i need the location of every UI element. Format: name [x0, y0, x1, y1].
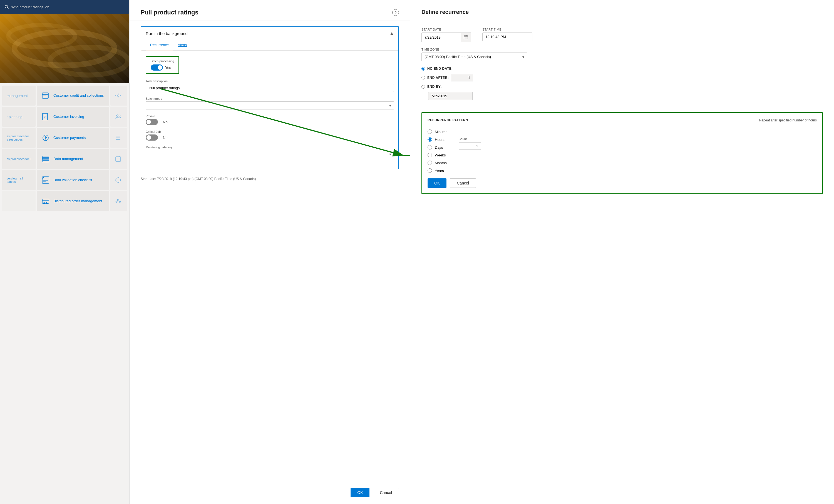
monitoring-category-select[interactable]: [146, 150, 394, 158]
batch-group-select[interactable]: [146, 101, 394, 110]
rp-ok-button[interactable]: OK: [427, 178, 446, 188]
start-time-label: Start time: [482, 28, 532, 31]
run-bg-header[interactable]: Run in the background ▲: [141, 27, 398, 40]
settings-icon: [115, 92, 122, 99]
rp-minutes-radio[interactable]: [427, 130, 432, 134]
nav-item-blank-left: [2, 191, 36, 211]
critical-job-status: No: [163, 136, 168, 140]
nav-item-customer-credit[interactable]: Customer credit and collections: [37, 86, 109, 106]
start-date-input[interactable]: [422, 33, 461, 41]
rp-hours-radio[interactable]: [427, 137, 432, 142]
task-description-row: Task description: [146, 79, 394, 92]
batch-processing-value: Yes: [165, 66, 171, 70]
tab-recurrence[interactable]: Recurrence: [146, 40, 173, 50]
help-button[interactable]: ?: [392, 9, 399, 16]
rp-years[interactable]: Years: [427, 168, 447, 173]
critical-job-toggle[interactable]: [146, 135, 158, 141]
batch-group-select-wrapper: [146, 101, 394, 110]
end-by-date-input[interactable]: [428, 92, 473, 100]
rp-months-label: Months: [435, 161, 447, 165]
monitoring-category-group: Monitoring category: [146, 145, 394, 158]
tab-alerts[interactable]: Alerts: [173, 40, 191, 50]
search-input[interactable]: [11, 5, 125, 9]
end-by-date-wrapper: [421, 92, 823, 100]
nav-item-management[interactable]: management: [2, 86, 36, 106]
nav-item-processes2-left[interactable]: ss processes for l: [2, 149, 36, 169]
tabs-row: Recurrence Alerts: [141, 40, 398, 50]
nav-item-right6[interactable]: [110, 191, 127, 211]
dialog-title: Pull product ratings: [141, 9, 198, 16]
svg-point-16: [119, 115, 120, 116]
cancel-button[interactable]: Cancel: [373, 488, 399, 497]
end-after-row: [451, 74, 473, 82]
search-icon: [4, 5, 9, 9]
search-bar[interactable]: [0, 0, 129, 14]
nav-item-right5[interactable]: [110, 170, 127, 190]
timezone-select[interactable]: (GMT-08:00) Pacific Time (US & Canada): [421, 52, 527, 61]
private-row: Private No: [146, 114, 394, 125]
recurrence-header: Define recurrence: [410, 0, 834, 21]
nav-item-right4[interactable]: [110, 149, 127, 169]
end-after-count[interactable]: [451, 74, 473, 82]
count-input[interactable]: [459, 142, 481, 150]
count-section: Count: [459, 137, 481, 150]
start-time-input[interactable]: [482, 32, 532, 41]
task-description-input[interactable]: [146, 84, 394, 92]
calendar-icon-button[interactable]: [461, 33, 471, 42]
rp-minutes[interactable]: Minutes: [427, 130, 447, 134]
list-icon: [115, 135, 122, 141]
private-toggle[interactable]: [146, 119, 158, 125]
critical-job-label: Critical Job: [146, 130, 394, 133]
radio-no-end-date[interactable]: NO END DATE: [421, 67, 823, 71]
rp-days[interactable]: Days: [427, 145, 447, 150]
rp-years-radio[interactable]: [427, 168, 432, 173]
dialog-header: Pull product ratings ?: [130, 0, 410, 21]
rp-cancel-button[interactable]: Cancel: [450, 178, 476, 188]
radio-no-end-date-input[interactable]: [421, 67, 425, 71]
nav-item-data-validation[interactable]: Data validation checklist: [37, 170, 109, 190]
radio-end-by[interactable]: END BY:: [421, 85, 823, 89]
nav-item-planning-left[interactable]: t planning: [2, 107, 36, 127]
svg-rect-24: [116, 157, 120, 161]
hero-decoration: [0, 14, 129, 83]
nav-item-processes-left[interactable]: ss processes for a resources: [2, 128, 36, 148]
svg-point-0: [5, 5, 8, 8]
nav-item-overview-left[interactable]: verview - all panies: [2, 170, 36, 190]
nav-item-data-management[interactable]: Data management: [37, 149, 109, 169]
svg-point-3: [15, 32, 114, 65]
ok-button[interactable]: OK: [351, 488, 370, 497]
rp-header-row: RECURRENCE PATTERN Repeat after specifie…: [427, 118, 817, 126]
people-icon: [115, 113, 122, 120]
nav-item-right2[interactable]: [110, 107, 127, 127]
private-toggle-row: No: [146, 119, 394, 125]
nav-item-customer-invoicing[interactable]: Customer invoicing: [37, 107, 109, 127]
batch-group-label: Batch group: [146, 97, 394, 100]
radio-end-after-input[interactable]: [421, 76, 425, 79]
rp-weeks-label: Weeks: [435, 153, 446, 157]
radio-end-after[interactable]: END AFTER:: [421, 74, 823, 82]
rp-hours[interactable]: Hours: [427, 137, 447, 142]
nav-label: management: [7, 94, 28, 98]
radio-end-by-input[interactable]: [421, 85, 425, 89]
batch-processing-toggle[interactable]: [151, 65, 163, 71]
svg-line-1: [7, 8, 8, 9]
group-icon: [115, 198, 122, 205]
task-description-label: Task description: [146, 79, 394, 83]
nav-item-right3[interactable]: [110, 128, 127, 148]
timezone-label: Time zone: [421, 48, 823, 51]
rp-weeks-radio[interactable]: [427, 153, 432, 157]
batch-group-row: Batch group: [146, 97, 394, 110]
left-panel: management Customer credit and collectio…: [0, 0, 129, 504]
define-recurrence-panel: Define recurrence Start date: [410, 0, 834, 504]
batch-processing-label: Batch processing: [151, 60, 174, 63]
nav-item-customer-payments[interactable]: Customer payments: [37, 128, 109, 148]
rp-weeks[interactable]: Weeks: [427, 153, 447, 157]
rp-months[interactable]: Months: [427, 161, 447, 165]
svg-rect-23: [42, 161, 49, 162]
rp-days-radio[interactable]: [427, 145, 432, 150]
rp-months-radio[interactable]: [427, 161, 432, 165]
nav-item-right1[interactable]: [110, 86, 127, 106]
recurrence-title: Define recurrence: [421, 9, 469, 15]
footer-info: Start date: 7/29/2019 (12:19:43 pm) (GMT…: [130, 177, 410, 181]
nav-item-distributed[interactable]: Distributed order management: [37, 191, 109, 211]
